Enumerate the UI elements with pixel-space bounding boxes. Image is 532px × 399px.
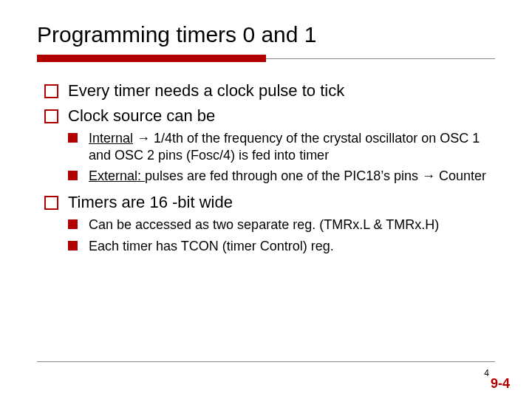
rule-thick: [37, 55, 266, 62]
page-number-large: 9-4: [491, 376, 510, 392]
bullet-text: → 1/4th of the frequency of the crystal …: [89, 131, 480, 163]
emphasis-underline: External:: [89, 168, 145, 183]
footer-rule: [37, 361, 495, 362]
emphasis-underline: Internal: [89, 131, 133, 146]
bullet-item: Clock source can be Internal → 1/4th of …: [44, 106, 495, 185]
bullet-list-level1: Every timer needs a clock pulse to tick …: [44, 81, 495, 254]
bullet-item: External: pulses are fed through one of …: [68, 168, 495, 185]
slide: Programming timers 0 and 1 Every timer n…: [0, 0, 532, 399]
bullet-text: Can be accessed as two separate reg. (TM…: [89, 217, 439, 232]
bullet-text: Timers are 16 -bit wide: [68, 193, 233, 211]
bullet-text: Each timer has TCON (timer Control) reg.: [89, 239, 334, 253]
bullet-list-level2: Internal → 1/4th of the frequency of the…: [68, 130, 495, 185]
content-area: Every timer needs a clock pulse to tick …: [37, 81, 495, 254]
rule-thin: [266, 58, 495, 59]
bullet-item: Can be accessed as two separate reg. (TM…: [68, 216, 495, 233]
bullet-text: pulses are fed through one of the PIC18’…: [145, 168, 486, 183]
bullet-list-level2: Can be accessed as two separate reg. (TM…: [68, 216, 495, 254]
bullet-item: Every timer needs a clock pulse to tick: [44, 81, 495, 101]
slide-title: Programming timers 0 and 1: [37, 22, 495, 47]
page-number-small: 4: [484, 368, 489, 378]
bullet-item: Each timer has TCON (timer Control) reg.: [68, 238, 495, 255]
bullet-item: Internal → 1/4th of the frequency of the…: [68, 130, 495, 163]
bullet-item: Timers are 16 -bit wide Can be accessed …: [44, 192, 495, 255]
bullet-text: Clock source can be: [68, 106, 215, 125]
title-rule: [37, 55, 495, 62]
bullet-text: Every timer needs a clock pulse to tick: [68, 81, 344, 100]
